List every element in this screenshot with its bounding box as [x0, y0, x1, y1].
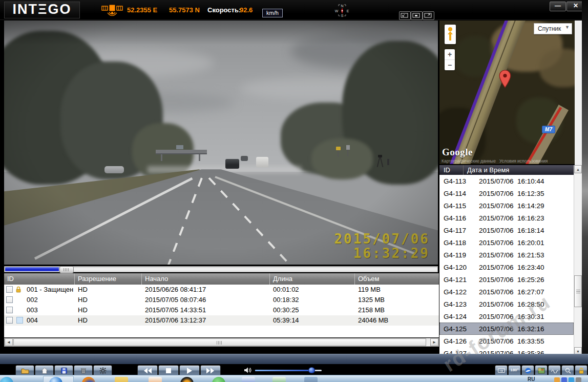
clip-row[interactable]: G4-1152015/07/06 16:14:29	[439, 199, 574, 212]
horizontal-scrollbar[interactable]: ◄ ►	[4, 338, 439, 347]
scroll-left-arrow[interactable]: ◄	[5, 338, 13, 346]
map-terms-link[interactable]: Условия использования	[499, 158, 548, 164]
table-row[interactable]: 002HD2015/07/05 08:07:4600:18:321325 MB	[4, 295, 439, 305]
language-indicator[interactable]: RU	[528, 376, 535, 382]
taskbar-app-icon[interactable]	[180, 377, 194, 382]
vertical-scroll-thumb[interactable]	[574, 275, 582, 307]
col-id[interactable]: ID	[4, 273, 75, 285]
tray-icon[interactable]	[576, 377, 581, 382]
taskbar-app-icon[interactable]	[115, 377, 128, 382]
clip-datetime: 2015/07/06 16:16:23	[479, 214, 544, 222]
clip-id: G4-113	[444, 177, 466, 185]
cell-start: 2015/07/06 13:12:37	[145, 315, 206, 326]
row-checkbox[interactable]	[6, 286, 13, 293]
col-duration[interactable]: Длина	[270, 273, 355, 285]
zoom-in-button[interactable]: +	[445, 49, 455, 60]
taskbar-app-icon[interactable]	[212, 377, 225, 382]
minimize-button[interactable]: —	[550, 2, 566, 11]
cell-resolution: HD	[78, 295, 88, 305]
map-layer-dropdown[interactable]: Спутник ▼	[534, 23, 572, 34]
cell-id: 003	[27, 305, 38, 315]
clip-id: G4-120	[444, 264, 467, 271]
clip-datetime: 2015/07/06 16:14:29	[479, 202, 544, 210]
cell-size: 24046 MB	[358, 315, 388, 326]
seek-progress	[5, 267, 59, 271]
clip-id: G4-122	[444, 288, 467, 296]
clip-row[interactable]: G4-1222015/07/06 16:27:07	[439, 286, 574, 298]
table-row[interactable]: 001 - ЗащищенHD2015/06/26 08:41:1700:01:…	[4, 285, 439, 295]
scroll-up-arrow[interactable]: ▲	[574, 165, 582, 173]
row-checkbox[interactable]	[6, 317, 13, 324]
clip-datetime: 2015/07/06 16:10:44	[479, 177, 544, 185]
table-row[interactable]: 004HD2015/07/06 13:12:3705:39:1424046 MB	[4, 315, 439, 326]
clip-row[interactable]: G4-1132015/07/06 16:10:44	[439, 175, 574, 187]
col-size[interactable]: Объем	[355, 273, 439, 285]
horizontal-scroll-thumb[interactable]	[13, 338, 426, 346]
panel-gap	[575, 21, 582, 165]
clip-id: G4-114	[444, 190, 466, 197]
taskbar-app-icon[interactable]	[82, 377, 95, 382]
tray-icon[interactable]	[569, 377, 574, 382]
selection-marker	[16, 317, 23, 324]
clip-col-id[interactable]: ID	[444, 166, 450, 174]
streetview-pegman-button[interactable]	[445, 25, 456, 44]
clip-datetime: 2015/07/06 16:27:07	[479, 288, 544, 296]
table-row[interactable]: 003HD2015/07/05 14:33:5100:30:252158 MB	[4, 305, 439, 315]
clip-row[interactable]: G4-1262015/07/06 16:33:55	[439, 335, 574, 347]
clip-row[interactable]: G4-1252015/07/06 16:32:16	[439, 323, 574, 335]
scale-fit-button[interactable]	[399, 11, 411, 20]
clip-row[interactable]: G4-1202015/07/06 16:23:40	[439, 261, 574, 273]
svg-text:W: W	[335, 9, 339, 13]
clip-datetime: 2015/07/06 16:25:26	[479, 276, 544, 284]
clip-id: G4-121	[444, 276, 467, 284]
map-attribution-data: Картографические данные	[442, 158, 496, 164]
row-checkbox[interactable]	[6, 296, 13, 303]
taskbar-app-icon[interactable]	[0, 377, 13, 382]
row-checkbox[interactable]	[6, 307, 13, 313]
clip-row[interactable]: G4-1162015/07/06 16:16:23	[439, 212, 574, 224]
cell-duration: 00:18:32	[273, 295, 299, 305]
speed-value: 92.6	[240, 6, 253, 14]
taskbar-app-icon[interactable]	[242, 377, 255, 382]
file-table: ID Разрешение Начало Длина Объем 001 - З…	[4, 273, 439, 337]
taskbar-app-icon[interactable]	[304, 377, 318, 382]
video-time: 16:32:29	[334, 246, 430, 260]
clip-datetime: 2015/07/06 16:12:35	[479, 190, 544, 197]
road-badge-m7: M7	[542, 126, 555, 133]
fast-forward-icon	[206, 368, 215, 374]
clip-row[interactable]: G4-1212015/07/06 16:25:26	[439, 273, 574, 286]
volume-knob[interactable]	[308, 367, 315, 373]
seek-bar[interactable]	[4, 266, 438, 272]
clip-col-datetime[interactable]: Дата и Время	[467, 166, 509, 174]
cell-size: 1325 MB	[358, 295, 385, 305]
overpass	[156, 150, 207, 153]
col-resolution[interactable]: Разрешение	[75, 273, 142, 285]
speaker-icon[interactable]	[244, 367, 252, 374]
tray-icon[interactable]	[561, 377, 567, 382]
clip-row[interactable]: G4-1232015/07/06 16:28:50	[439, 298, 574, 310]
volume-slider[interactable]	[255, 370, 322, 371]
taskbar[interactable]: RU	[0, 375, 588, 382]
taskbar-app-icon[interactable]	[149, 377, 162, 382]
scroll-right-arrow[interactable]: ►	[430, 338, 438, 346]
clip-row[interactable]: G4-1242015/07/06 16:30:31	[439, 310, 574, 323]
clip-row[interactable]: G4-1182015/07/06 16:20:01	[439, 236, 574, 249]
clip-row[interactable]: G4-1172015/07/06 16:18:14	[439, 224, 574, 236]
clip-datetime: 2015/07/06 16:21:53	[479, 251, 544, 259]
scale-fullscreen-button[interactable]	[423, 11, 434, 20]
map-marker-icon[interactable]	[499, 69, 511, 90]
clip-id: G4-115	[444, 202, 466, 210]
taskbar-app-icon[interactable]	[272, 377, 286, 382]
volume-fill	[255, 370, 312, 371]
speed-unit-badge[interactable]: km/h	[262, 9, 283, 17]
video-frame[interactable]: 2015/07/06 16:32:29	[4, 21, 438, 265]
tray-icon[interactable]	[554, 377, 560, 382]
clip-row[interactable]: G4-1142015/07/06 16:12:35	[439, 187, 574, 199]
seek-handle[interactable]	[59, 266, 74, 273]
scale-actual-size-button[interactable]	[411, 11, 423, 20]
zoom-out-button[interactable]: −	[445, 60, 455, 70]
clip-list-scrollbar[interactable]: ▲ ▼	[574, 165, 582, 355]
map-panel[interactable]: M7 + − Спутник ▼ Google Картографические…	[439, 21, 575, 164]
clip-row[interactable]: G4-1192015/07/06 16:21:53	[439, 249, 574, 261]
col-start[interactable]: Начало	[142, 273, 270, 285]
